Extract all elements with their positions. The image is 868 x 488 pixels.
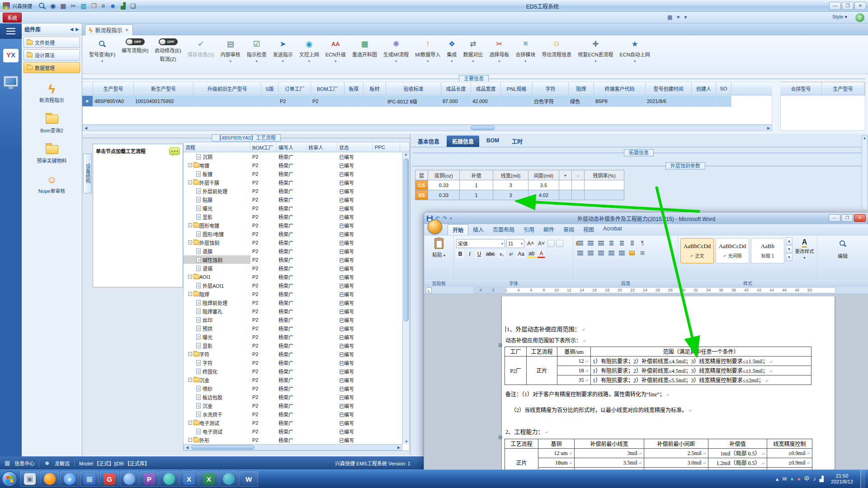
dropdown-arrow-icon[interactable]: ▾ (634, 59, 636, 63)
column-header[interactable]: 成品宽度 (471, 82, 501, 95)
ribbon-button[interactable]: ◉文控上网▾ (296, 35, 322, 74)
column-header[interactable]: 新生产型号 (134, 82, 193, 95)
tree-row[interactable]: −AOI1P2杨荣广已编写 (184, 272, 409, 281)
column-header[interactable]: 阻焊 (569, 82, 594, 95)
tree-node[interactable]: −沉金 (184, 375, 250, 384)
dropdown-arrow-icon[interactable]: ▾ (472, 59, 474, 63)
scroll-thumb[interactable] (191, 445, 255, 450)
expander-icon[interactable]: − (188, 275, 192, 279)
column-header[interactable]: 编写人 (277, 142, 307, 152)
chart-icon[interactable]: ▟ (121, 2, 126, 9)
dropdown-arrow-icon[interactable]: ▾ (427, 59, 429, 63)
column-header[interactable]: S版 (261, 82, 278, 95)
tree-node[interactable]: −外层干膜 (184, 178, 250, 187)
phone-icon[interactable]: ✆ (855, 13, 864, 22)
start-button[interactable] (2, 471, 17, 487)
ribbon-button[interactable]: ▤内部审核▾ (217, 35, 244, 74)
expander-icon[interactable]: − (188, 180, 192, 184)
character-border-icon[interactable] (556, 240, 563, 247)
value-cell[interactable] (585, 190, 624, 200)
tree-node[interactable]: 丝印 (184, 315, 250, 324)
value-cell[interactable]: 4.02 (528, 190, 559, 200)
expander-icon[interactable]: − (188, 352, 192, 356)
value-cell[interactable]: 0.33 (428, 180, 460, 190)
tree-row[interactable]: 丝印P2杨荣广已编写 (184, 315, 409, 324)
column-header[interactable]: 订单工厂 (278, 82, 311, 95)
ribbon-button[interactable]: ✺生成MI流程▾ (380, 35, 412, 74)
increase-indent-icon[interactable] (617, 239, 626, 247)
scroll-left-icon[interactable]: ◀ (184, 446, 190, 450)
row-selector[interactable]: ▶ (82, 96, 93, 107)
column-header[interactable]: 验收标准 (386, 82, 441, 95)
word-tab-页面布局[interactable]: 页面布局 (488, 224, 519, 235)
maximize-button[interactable]: ❐ (842, 2, 854, 10)
taskbar-item[interactable] (160, 471, 179, 487)
tree-row[interactable]: 图形/电镀P2杨荣广已编写 (184, 230, 409, 238)
word-tab-邮件[interactable]: 邮件 (539, 224, 559, 235)
collapse-left-icon[interactable]: ◀ (70, 27, 74, 32)
value-cell[interactable] (572, 180, 585, 190)
tree-row[interactable]: 终固化P2杨荣广已编写 (184, 367, 409, 375)
ribbon-button[interactable]: OFF编写流程(R) (118, 35, 151, 74)
tree-row[interactable]: −字符P2杨荣广已编写 (184, 350, 409, 358)
column-header[interactable]: 生产型号 (822, 82, 864, 95)
tree-row[interactable]: 显影P2杨荣广已编写 (184, 341, 409, 350)
copy-icon[interactable]: ❐ (91, 2, 97, 9)
tree-row[interactable]: 贴膜P2杨荣广已编写 (184, 195, 409, 204)
table-move-handle[interactable]: ⊞ (498, 434, 503, 441)
paragraph-mark-icon[interactable]: ¶ (638, 239, 647, 247)
tree-horizontal-scrollbar[interactable]: ◀ ▶ (184, 444, 402, 450)
window-icon[interactable]: ❏ (130, 2, 136, 9)
value-cell[interactable]: 1 (460, 180, 493, 190)
component-group[interactable]: 数据管理 (24, 62, 80, 73)
font-style-button[interactable]: Aa (516, 250, 526, 258)
tree-node[interactable]: −AOI1 (184, 272, 250, 281)
dropdown-arrow-icon[interactable]: ▾ (282, 59, 284, 63)
tree-node[interactable]: −字符 (184, 350, 250, 358)
tree-row[interactable]: 水洗烘干P2杨荣广已编写 (184, 410, 409, 418)
workstation-icon[interactable] (4, 76, 18, 87)
dropdown-arrow-icon[interactable]: ▾ (335, 59, 336, 63)
tree-node[interactable]: 曝光 (184, 204, 250, 212)
network-icon[interactable]: ▟ (820, 476, 824, 482)
tree-node[interactable]: 沉铜 (184, 152, 250, 161)
hamburger-menu-icon[interactable] (0, 23, 22, 39)
value-cell[interactable]: 3 (493, 180, 528, 190)
tree-node[interactable]: 曝光 (184, 333, 250, 341)
sort-icon[interactable] (627, 239, 637, 247)
tree-row[interactable]: 阻焊前处理P2杨荣广已编写 (184, 298, 409, 307)
grid-icon[interactable]: ▦ (667, 14, 672, 20)
tree-row[interactable]: −电镀P2杨荣广已编写 (184, 161, 409, 169)
tray-status-green-icon[interactable]: ● (790, 476, 793, 482)
decrease-indent-icon[interactable] (607, 239, 616, 247)
tree-row[interactable]: 喷砂P2杨荣广已编写 (184, 384, 409, 393)
yx-logo[interactable]: YX (3, 49, 19, 62)
value-cell[interactable]: 1 (460, 190, 493, 200)
tab-selector-icon[interactable]: L (426, 287, 432, 293)
ribbon-button[interactable]: ★ECN自动上网▾ (617, 35, 653, 74)
style-item[interactable]: AaBb标题 1 (751, 238, 784, 263)
dropdown-arrow-icon[interactable]: ▾ (451, 59, 453, 63)
system-menu-button[interactable]: 系统 (3, 13, 22, 23)
expander-icon[interactable]: − (188, 421, 192, 425)
column-header[interactable]: BOM工厂 (311, 82, 344, 95)
tree-row[interactable]: −阻焊P2杨荣广已编写 (184, 290, 409, 298)
tree-row[interactable]: 预烘P2杨荣广已编写 (184, 324, 409, 333)
ribbon-button[interactable]: OFF启动修改(E)取消(Z) (151, 35, 184, 74)
word-tab-审阅[interactable]: 审阅 (559, 224, 579, 235)
scroll-thumb[interactable] (471, 126, 495, 130)
ribbon-button[interactable]: ❖集成▾ (443, 35, 460, 74)
expander-icon[interactable]: − (188, 223, 192, 227)
tree-node[interactable]: −电子测试 (184, 418, 250, 427)
ribbon-button[interactable]: ☺导出流程信息 (538, 35, 575, 74)
scissors-icon[interactable]: ✂ (71, 2, 76, 9)
table-icon[interactable]: ▦ (60, 2, 66, 9)
minimize-button[interactable]: — (829, 2, 841, 10)
tree-row[interactable]: 外层前处理P2杨荣广已编写 (184, 187, 409, 195)
gallery-down-icon[interactable]: ▼ (786, 245, 793, 253)
paste-icon[interactable] (434, 238, 443, 249)
expander-icon[interactable]: − (188, 292, 192, 296)
tool-person[interactable]: ☺Nope单审核 (22, 174, 82, 194)
tab-基本信息[interactable]: 基本信息 (412, 136, 445, 147)
tray-mail-icon[interactable]: ✉ (782, 476, 787, 482)
